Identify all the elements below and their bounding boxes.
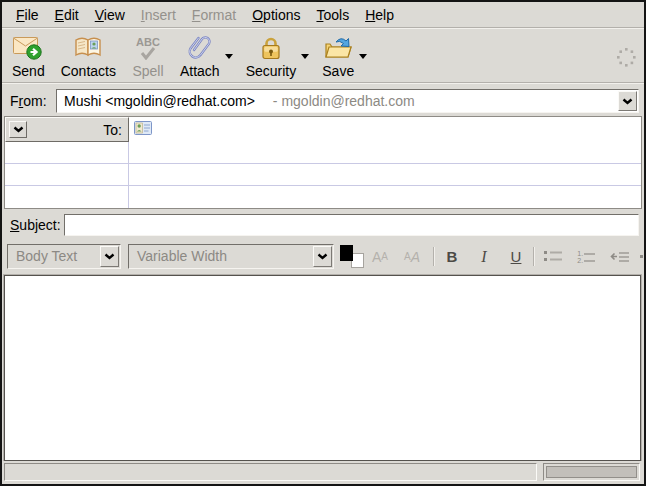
paperclip-icon	[186, 34, 214, 62]
decrease-font-size-button: AA	[366, 244, 394, 269]
message-body-editor[interactable]	[4, 275, 641, 461]
attach-label: Attach	[180, 63, 220, 79]
from-identity-value: Mushi <mgoldin@redhat.com>	[64, 93, 255, 109]
recipient-address-input[interactable]	[155, 119, 639, 140]
subject-input[interactable]	[64, 214, 639, 236]
empty-recipient-row[interactable]	[5, 164, 641, 186]
send-button[interactable]: Send	[4, 31, 53, 81]
foreground-color-swatch[interactable]	[340, 245, 353, 261]
underline-button[interactable]: U	[502, 244, 530, 269]
increase-font-size-button: AA	[398, 244, 426, 269]
recipient-type-dropdown-icon[interactable]	[9, 121, 27, 138]
main-toolbar: Send Contacts ABC	[2, 29, 644, 83]
recipient-type-button[interactable]: To:	[5, 117, 129, 142]
from-dropdown-arrow[interactable]	[618, 91, 637, 111]
numbered-list-button: 1. 2.	[572, 244, 600, 269]
bullet-list-button	[539, 244, 567, 269]
compose-window: File Edit View Insert Format Options Too…	[0, 0, 646, 486]
attach-menu-arrow-icon[interactable]	[225, 54, 233, 59]
empty-recipient-row[interactable]	[5, 142, 641, 164]
statusbar	[2, 461, 644, 484]
from-row: From: Mushi <mgoldin@redhat.com>- mgoldi…	[2, 86, 644, 116]
spell-label: Spell	[132, 63, 163, 79]
recipient-input-cell[interactable]	[129, 117, 641, 142]
from-account-name: - mgoldin@redhat.com	[273, 93, 415, 109]
text-color-picker[interactable]	[340, 245, 366, 269]
subject-label: Subject:	[10, 217, 61, 233]
font-face-value: Variable Width	[137, 248, 227, 264]
recipient-row: To:	[5, 117, 641, 142]
security-menu-arrow-icon[interactable]	[301, 54, 309, 59]
save-button[interactable]: Save	[314, 31, 372, 81]
font-face-select[interactable]: Variable Width	[128, 244, 334, 269]
menu-tools[interactable]: Tools	[308, 4, 357, 26]
menu-view[interactable]: View	[87, 4, 133, 26]
menu-edit[interactable]: Edit	[47, 4, 87, 26]
contacts-label: Contacts	[61, 63, 116, 79]
format-toolbar: Body Text Variable Width AA AA B I U	[2, 240, 644, 274]
menubar: File Edit View Insert Format Options Too…	[2, 2, 644, 28]
clipped-indent-button	[640, 255, 643, 258]
separator	[433, 247, 434, 266]
menu-insert: Insert	[133, 4, 184, 26]
empty-recipient-row[interactable]	[5, 186, 641, 208]
bold-button[interactable]: B	[438, 244, 466, 269]
save-menu-arrow-icon[interactable]	[359, 54, 367, 59]
bullet-list-icon	[543, 249, 563, 264]
menu-options[interactable]: Options	[244, 4, 308, 26]
padlock-icon	[258, 34, 284, 62]
outdent-button	[606, 244, 634, 269]
folder-save-icon	[322, 34, 354, 62]
from-label: From:	[10, 93, 47, 109]
menu-file[interactable]: File	[8, 4, 47, 26]
abc-check-icon: ABC	[136, 34, 160, 62]
address-book-icon	[73, 34, 103, 62]
address-card-icon	[134, 121, 152, 138]
progress-meter	[543, 463, 640, 481]
spell-button: ABC Spell	[124, 31, 172, 81]
attach-button[interactable]: Attach	[172, 31, 238, 81]
outdent-icon	[610, 249, 630, 264]
paragraph-style-value: Body Text	[16, 248, 77, 264]
security-button[interactable]: Security	[238, 31, 315, 81]
throbber-icon	[614, 45, 638, 72]
save-label: Save	[322, 63, 354, 79]
send-label: Send	[12, 63, 45, 79]
subject-row: Subject:	[2, 209, 644, 240]
menu-format: Format	[184, 4, 244, 26]
contacts-button[interactable]: Contacts	[53, 31, 124, 81]
recipient-type-label: To:	[103, 122, 122, 138]
menu-help[interactable]: Help	[357, 4, 402, 26]
status-message	[4, 463, 537, 481]
paragraph-style-select[interactable]: Body Text	[7, 244, 121, 269]
font-face-arrow[interactable]	[313, 246, 332, 267]
from-identity-select[interactable]: Mushi <mgoldin@redhat.com>- mgoldin@redh…	[56, 89, 639, 113]
send-envelope-icon	[12, 34, 44, 62]
separator	[533, 247, 534, 266]
addressing-area: To:	[4, 116, 642, 209]
security-label: Security	[246, 63, 297, 79]
progress-track	[546, 466, 637, 478]
italic-button[interactable]: I	[470, 244, 498, 269]
paragraph-style-arrow[interactable]	[100, 246, 119, 267]
